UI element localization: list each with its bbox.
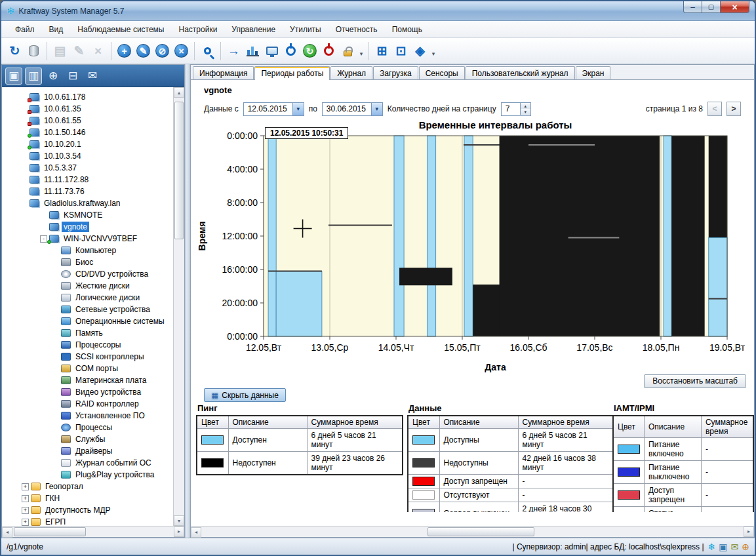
expand-icon[interactable]: + (22, 483, 29, 490)
close-button[interactable]: × (720, 1, 749, 13)
edit-button[interactable]: ✎ (134, 42, 152, 60)
tree-item[interactable]: Установленное ПО (2, 410, 173, 422)
scroll-thumb[interactable] (428, 527, 534, 536)
view-monitor-icon[interactable]: ▥ (25, 68, 42, 85)
tab[interactable]: Информация (193, 66, 254, 79)
scroll-left-icon[interactable]: ◂ (2, 527, 12, 538)
tree-item[interactable]: Процессы (2, 422, 173, 433)
view-mail-icon[interactable]: ✉ (84, 68, 101, 85)
tree-item[interactable]: Журнал событий ОС (2, 457, 173, 469)
export-report-icon[interactable]: → (225, 42, 243, 60)
menu-item[interactable]: Наблюдаемые системы (70, 22, 171, 37)
panel-splitter[interactable] (185, 64, 190, 538)
scroll-left-icon[interactable]: ◂ (191, 527, 201, 538)
network-deploy-icon[interactable]: ⊞ (373, 42, 391, 60)
tree-item[interactable]: Сетевые устройства (2, 304, 173, 315)
maximize-button[interactable]: ▢ (702, 1, 720, 13)
scroll-right-icon[interactable]: ▸ (174, 526, 184, 537)
tree-item[interactable]: CD/DVD устройства (2, 268, 173, 280)
toolbar-more-icon[interactable]: ▾ (358, 42, 365, 60)
tree-item[interactable]: Операционные системы (2, 315, 173, 327)
view-computers-icon[interactable]: ▣ (5, 68, 22, 85)
tree-item[interactable]: Plug&Play устройства (2, 469, 173, 481)
timeline-chart[interactable]: 0:00:004:00:008:00:0012:00:0016:00:0020:… (195, 117, 749, 374)
tree-item[interactable]: 10.0.61.178 (2, 91, 173, 103)
tab[interactable]: Загрузка (373, 66, 418, 79)
tab[interactable]: Журнал (330, 66, 372, 79)
tree-vertical-scrollbar[interactable]: ▴ ▾ (173, 87, 184, 526)
hide-data-button[interactable]: ▦ Скрыть данные (204, 388, 286, 402)
toolbar-more-2-icon[interactable]: ▾ (430, 42, 437, 60)
menu-item[interactable]: Отчетность (328, 22, 385, 37)
spin-down-icon[interactable]: ▾ (521, 109, 530, 115)
scroll-up-icon[interactable]: ▴ (174, 87, 184, 98)
prev-page-button[interactable]: < (707, 102, 722, 116)
menu-item[interactable]: Файл (8, 22, 42, 37)
add-button[interactable]: + (115, 42, 133, 60)
scroll-thumb[interactable] (14, 527, 86, 536)
tree-item[interactable]: +Геопортал (2, 481, 173, 492)
tree-item[interactable]: +Доступность МДР (2, 504, 173, 516)
hide-system-button[interactable]: ⊘ (153, 42, 171, 60)
tree-item[interactable]: Компьютер (2, 245, 173, 256)
expand-icon[interactable]: + (22, 495, 29, 502)
reset-zoom-button[interactable]: Восстановить масштаб (644, 374, 746, 388)
mail-icon[interactable]: ✉ (731, 542, 739, 552)
title-bar[interactable]: ❄ Kraftway System Manager 5.7 – ▢ × (1, 1, 755, 21)
tree-item[interactable]: Видео устройства (2, 386, 173, 398)
tree-item[interactable]: 10.1.50.146 (2, 127, 173, 138)
add-system-icon[interactable]: ▤ (51, 42, 69, 60)
content-horizontal-scrollbar[interactable]: ◂ ▸ (191, 526, 754, 537)
tree-item[interactable]: Gladiolus.kraftway.lan (2, 197, 173, 209)
refresh-database-icon[interactable]: ↻ (6, 42, 24, 60)
tree-item[interactable]: RAID контроллер (2, 398, 173, 410)
security-lock-icon[interactable] (339, 42, 357, 60)
tree-item[interactable]: 11.11.73.76 (2, 186, 173, 197)
view-globe-icon[interactable]: ⊕ (45, 68, 62, 85)
chart[interactable]: 0:00:004:00:008:00:0012:00:0016:00:0020:… (195, 117, 749, 374)
menu-item[interactable]: Вид (42, 22, 71, 37)
date-to-select[interactable]: 30.06.2015 ▾ (322, 102, 383, 116)
delete-button[interactable]: × (172, 42, 190, 60)
tab[interactable]: Периоды работы (254, 66, 330, 80)
power-off-button[interactable] (320, 42, 338, 60)
tree-item[interactable]: +ЕГРП (2, 516, 173, 526)
scroll-thumb[interactable] (174, 102, 184, 239)
tree-item[interactable]: Процессоры (2, 339, 173, 351)
tree-item[interactable]: 10.0.61.55 (2, 115, 173, 127)
view-network-icon[interactable]: ⊟ (64, 68, 81, 85)
globe-icon[interactable]: ⊕ (742, 542, 749, 552)
tree-item[interactable]: -WIN-JVCNVV9TBEF (2, 233, 173, 245)
chart-report-icon[interactable] (244, 42, 262, 60)
tree-item[interactable]: Службы (2, 433, 173, 445)
tab[interactable]: Пользовательский журнал (466, 66, 575, 79)
copy-icon[interactable]: ▣ (719, 542, 727, 552)
refresh-state-button[interactable]: ↻ (301, 42, 319, 60)
menu-item[interactable]: Утилиты (283, 22, 328, 37)
monitor-settings-icon[interactable] (263, 42, 281, 60)
database-export-icon[interactable] (25, 42, 43, 60)
days-per-page-input[interactable]: 7 ▴▾ (501, 102, 531, 116)
menu-item[interactable]: Помощь (385, 22, 429, 37)
chevron-down-icon[interactable]: ▾ (292, 103, 304, 115)
tree-item[interactable]: +ГКН (2, 492, 173, 504)
tree-item[interactable]: COM порты (2, 363, 173, 374)
tree-item[interactable]: 10.0.61.35 (2, 103, 173, 115)
network-save-icon[interactable]: ⊡ (392, 42, 410, 60)
tab[interactable]: Экран (576, 66, 611, 79)
kraftway-logo-icon[interactable]: ❄ (708, 542, 716, 552)
tree-horizontal-scrollbar[interactable]: ◂ ▸ (2, 526, 184, 537)
search-icon[interactable] (199, 42, 216, 60)
tree-item[interactable]: Жесткие диски (2, 280, 173, 292)
tab[interactable]: Сенсоры (419, 66, 465, 79)
tree-item[interactable]: Драйверы (2, 445, 173, 457)
tree-item[interactable]: Биос (2, 256, 173, 268)
spinner-arrows[interactable]: ▴▾ (520, 103, 530, 115)
tree-item[interactable]: 10.5.3.37 (2, 162, 173, 174)
expand-icon[interactable]: + (22, 519, 29, 526)
expand-icon[interactable]: + (22, 507, 29, 514)
spin-up-icon[interactable]: ▴ (521, 103, 530, 109)
tree-item[interactable]: Память (2, 327, 173, 339)
tree-item[interactable]: 10.10.20.1 (2, 138, 173, 150)
tree-item[interactable]: Материнская плата (2, 374, 173, 386)
